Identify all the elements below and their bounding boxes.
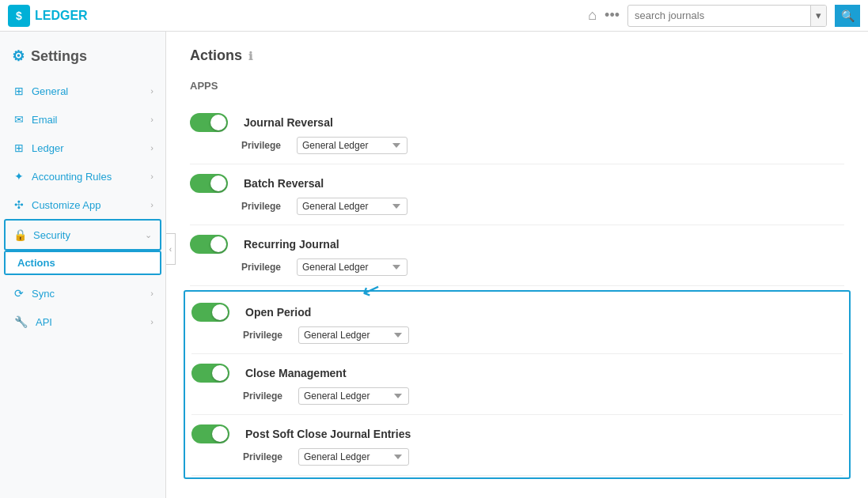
actions-sub-button[interactable]: Actions [6,252,160,274]
home-icon[interactable]: ⌂ [588,7,597,24]
sidebar-collapse-button[interactable]: ‹ [166,233,176,265]
feature-privilege-journal-reversal: Privilege General LedgerManagerAdministr… [241,137,844,154]
privilege-label-open-period: Privilege [243,330,290,341]
features-container: Journal Reversal Privilege General Ledge… [190,104,844,479]
sidebar-title-label: Settings [31,48,87,65]
content-area: Actions ℹ Apps ↙ Journal Reversal Privil… [166,32,868,498]
sidebar-item-general[interactable]: ⊞ General › [0,77,165,105]
feature-privilege-close-management: Privilege General LedgerManagerAdministr… [243,387,843,405]
search-input[interactable] [628,9,810,21]
toggle-slider-recurring-journal [190,235,228,254]
api-label: API [36,316,52,328]
logo-text: LEDGER [35,9,88,23]
section-title: Apps [190,80,844,92]
email-label: Email [32,114,58,126]
search-area: ▾ [627,5,827,27]
feature-name-batch-reversal: Batch Reversal [244,177,324,190]
feature-row-post-soft-close: Post Soft Close Journal Entries Privileg… [191,415,843,476]
sync-arrow: › [150,289,154,298]
info-icon[interactable]: ℹ [248,50,252,62]
sidebar-item-ledger[interactable]: ⊞ Ledger › [0,134,165,162]
customize-app-icon: ✣ [14,198,24,211]
ledger-arrow: › [150,143,154,153]
privilege-label-post-soft-close: Privilege [243,451,290,462]
sidebar-item-customize-app[interactable]: ✣ Customize App › [0,191,165,219]
toggle-slider-close-management [191,364,229,383]
feature-row-open-period: Open Period Privilege General LedgerMana… [191,293,843,354]
privilege-select-post-soft-close[interactable]: General LedgerManagerAdministrator [298,448,409,466]
ledger-label: Ledger [32,142,63,154]
toggle-open-period[interactable] [191,303,229,322]
more-icon[interactable]: ••• [605,7,620,24]
feature-top-journal-reversal: Journal Reversal [190,113,844,132]
sidebar-title: ⚙ Settings [0,40,165,77]
feature-top-close-management: Close Management [191,364,843,383]
highlighted-features-box: Open Period Privilege General LedgerMana… [184,290,851,479]
feature-name-journal-reversal: Journal Reversal [244,116,333,129]
sidebar-item-security[interactable]: 🔒 Security ⌄ [6,221,160,249]
content-header: Actions ℹ [190,47,844,64]
security-label: Security [33,229,70,241]
toggle-slider-journal-reversal [190,113,228,132]
feature-privilege-post-soft-close: Privilege General LedgerManagerAdministr… [243,448,843,466]
privilege-select-close-management[interactable]: General LedgerManagerAdministrator [298,387,409,405]
logo: $ LEDGER [8,5,88,27]
accounting-rules-label: Accounting Rules [32,171,112,183]
toggle-post-soft-close[interactable] [191,424,229,443]
sidebar-item-api[interactable]: 🔧 API › [0,307,165,336]
settings-icon: ⚙ [12,47,25,65]
sync-label: Sync [32,288,55,300]
privilege-select-open-period[interactable]: General LedgerManagerAdministrator [298,326,409,344]
privilege-label-close-management: Privilege [243,390,290,402]
api-icon: 🔧 [14,315,28,328]
api-arrow: › [150,317,154,326]
feature-row-recurring-journal: Recurring Journal Privilege General Ledg… [190,225,844,286]
privilege-select-recurring-journal[interactable]: General LedgerManagerAdministrator [297,258,407,276]
toggle-close-management[interactable] [191,364,229,383]
privilege-label-journal-reversal: Privilege [241,140,289,151]
toggle-journal-reversal[interactable] [190,113,228,132]
privilege-label-recurring-journal: Privilege [241,262,289,273]
sidebar-item-sync[interactable]: ⟳ Sync › [0,279,165,307]
logo-icon: $ [8,5,30,27]
toggle-slider-post-soft-close [191,424,229,443]
security-arrow: ⌄ [145,230,152,240]
search-button[interactable]: 🔍 [835,5,860,27]
customize-app-arrow: › [150,200,154,209]
feature-top-open-period: Open Period [191,303,843,322]
feature-row-batch-reversal: Batch Reversal Privilege General LedgerM… [190,164,844,225]
sidebar-item-email[interactable]: ✉ Email › [0,105,165,134]
feature-row-journal-reversal: Journal Reversal Privilege General Ledge… [190,104,844,164]
security-section: 🔒 Security ⌄ [4,219,161,251]
accounting-rules-arrow: › [150,172,154,181]
email-icon: ✉ [14,113,24,126]
feature-top-recurring-journal: Recurring Journal [190,235,844,254]
feature-name-close-management: Close Management [245,367,347,379]
sidebar: ⚙ Settings ⊞ General › ✉ Email › ⊞ Ledge… [0,32,166,498]
ledger-icon: ⊞ [14,141,24,154]
main-layout: ⚙ Settings ⊞ General › ✉ Email › ⊞ Ledge… [0,32,868,498]
privilege-select-journal-reversal[interactable]: General LedgerManagerAdministrator [297,137,407,154]
privilege-label-batch-reversal: Privilege [241,201,289,212]
sidebar-item-accounting-rules[interactable]: ✦ Accounting Rules › [0,162,165,191]
email-arrow: › [150,115,154,124]
security-icon: 🔒 [13,228,27,241]
content-title: Actions [190,47,242,64]
toggle-slider-open-period [191,303,229,322]
general-label: General [32,85,68,97]
feature-top-post-soft-close: Post Soft Close Journal Entries [191,424,843,443]
customize-app-label: Customize App [32,199,100,211]
accounting-rules-icon: ✦ [14,170,24,183]
feature-name-recurring-journal: Recurring Journal [244,238,339,251]
feature-privilege-recurring-journal: Privilege General LedgerManagerAdministr… [241,258,844,276]
feature-top-batch-reversal: Batch Reversal [190,174,844,193]
privilege-select-batch-reversal[interactable]: General LedgerManagerAdministrator [297,198,407,215]
feature-name-open-period: Open Period [245,306,311,319]
topbar: $ LEDGER ⌂ ••• ▾ 🔍 [0,0,868,32]
general-icon: ⊞ [14,85,24,97]
toggle-recurring-journal[interactable] [190,235,228,254]
actions-sub-section: Actions [4,251,161,275]
general-arrow: › [150,86,154,96]
search-dropdown-button[interactable]: ▾ [810,6,826,26]
toggle-batch-reversal[interactable] [190,174,228,193]
